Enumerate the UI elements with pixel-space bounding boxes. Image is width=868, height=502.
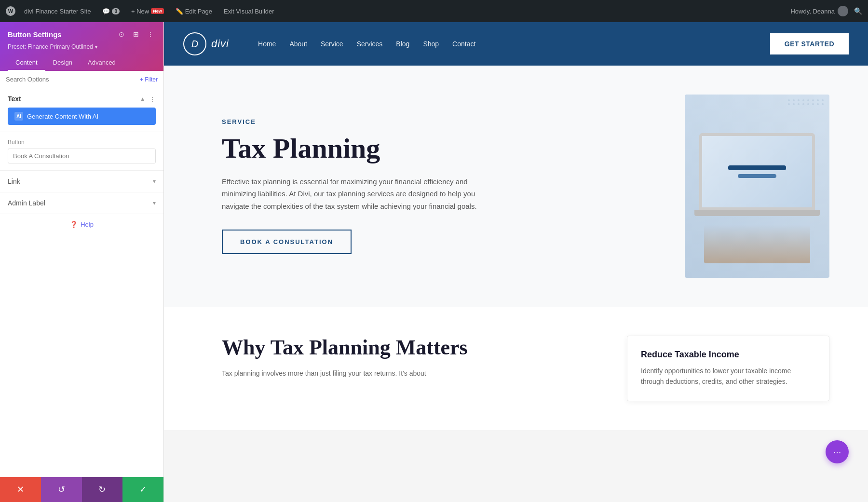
left-panel: Button Settings ⊙ ⊞ ⋮ Preset: Finance Pr… (0, 22, 164, 502)
tab-content[interactable]: Content (8, 55, 45, 71)
text-section: Text ▲ ⋮ AI Generate Content With AI (0, 88, 163, 132)
ai-icon: AI (14, 112, 23, 121)
filter-button[interactable]: + Filter (140, 76, 158, 83)
nav-link-blog[interactable]: Blog (396, 40, 409, 48)
link-chevron-icon: ▾ (153, 178, 156, 185)
tab-design[interactable]: Design (45, 55, 80, 71)
tab-design-label: Design (53, 59, 72, 66)
cancel-button[interactable]: ✕ (0, 477, 41, 502)
main-layout: Button Settings ⊙ ⊞ ⋮ Preset: Finance Pr… (0, 22, 868, 502)
redo-icon: ↻ (98, 484, 106, 495)
new-label: + New (131, 8, 149, 15)
howdy-label: Howdy, Deanna (790, 8, 835, 15)
screen-bar-2 (738, 174, 776, 178)
text-collapse-icon[interactable]: ▲ (139, 95, 146, 103)
nav-link-contact[interactable]: Contact (452, 40, 475, 48)
panel-header: Button Settings ⊙ ⊞ ⋮ Preset: Finance Pr… (0, 22, 163, 71)
search-input[interactable] (6, 76, 136, 83)
hero-title: Tax Planning (222, 133, 656, 164)
exit-builder-label: Exit Visual Builder (224, 8, 274, 15)
nav-link-home[interactable]: Home (258, 40, 276, 48)
panel-header-icon-grid[interactable]: ⊞ (131, 29, 141, 40)
admin-howdy: Howdy, Deanna (790, 6, 848, 16)
tab-content-label: Content (15, 59, 38, 66)
hands-on-keyboard (704, 225, 810, 263)
admin-edit-page[interactable]: ✏️ Edit Page (173, 6, 215, 17)
logo-circle: D (183, 32, 206, 55)
hero-section: SERVICE Tax Planning Effective tax plann… (164, 66, 868, 307)
text-section-header: Text ▲ ⋮ (8, 95, 156, 103)
hero-content: SERVICE Tax Planning Effective tax plann… (222, 118, 656, 254)
link-section-title: Link (8, 177, 20, 185)
book-consultation-button[interactable]: BOOK A CONSULTATION (222, 230, 352, 254)
hero-image-inner (685, 95, 829, 278)
admin-exit-builder[interactable]: Exit Visual Builder (221, 6, 277, 17)
comment-icon: 💬 (102, 8, 110, 15)
text-section-title: Text (8, 95, 21, 103)
comment-count: 0 (112, 8, 120, 14)
panel-title: Button Settings (8, 30, 62, 39)
button-text-input[interactable]: Book A Consultation (8, 149, 156, 163)
save-icon: ✓ (139, 484, 147, 495)
panel-body: + Filter Text ▲ ⋮ AI Generate Content Wi… (0, 71, 163, 477)
admin-label-header[interactable]: Admin Label ▾ (8, 199, 156, 207)
why-section: Why Tax Planning Matters Tax planning in… (164, 307, 868, 430)
edit-page-label: Edit Page (185, 8, 212, 15)
help-icon: ❓ (70, 221, 78, 228)
fab-button[interactable]: ··· (826, 440, 849, 463)
ai-icon-label: AI (16, 114, 21, 119)
edit-icon: ✏️ (176, 8, 183, 15)
why-card-text: Identify opportunities to lower your tax… (641, 366, 815, 387)
redo-button[interactable]: ↻ (82, 477, 123, 502)
nav-link-service[interactable]: Service (321, 40, 343, 48)
cancel-icon: ✕ (17, 484, 24, 495)
button-section-label: Button (8, 139, 156, 146)
ai-generate-button[interactable]: AI Generate Content With AI (8, 108, 156, 125)
help-label: Help (81, 221, 94, 228)
link-section: Link ▾ (0, 171, 163, 192)
laptop-visual (694, 114, 820, 268)
get-started-button[interactable]: GET STARTED (770, 33, 849, 54)
screen-bar-1 (728, 165, 786, 170)
wordpress-logo-icon[interactable]: W (6, 6, 15, 16)
why-content: Why Tax Planning Matters Tax planning in… (222, 336, 598, 379)
admin-search-icon[interactable]: 🔍 (854, 7, 862, 15)
admin-bar: W divi Finance Starter Site 💬 0 + New Ne… (0, 0, 868, 22)
admin-avatar (838, 6, 848, 16)
preset-chevron-icon: ▾ (95, 44, 97, 50)
logo-icon: D (191, 39, 198, 50)
tab-advanced-label: Advanced (88, 59, 116, 66)
hero-service-label: SERVICE (222, 118, 656, 125)
admin-bar-right: Howdy, Deanna 🔍 (790, 6, 862, 16)
panel-header-icon-circle[interactable]: ⊙ (116, 29, 127, 40)
hero-dots (788, 99, 825, 105)
admin-comments[interactable]: 💬 0 (99, 6, 122, 17)
admin-label-title: Admin Label (8, 199, 45, 207)
text-more-icon[interactable]: ⋮ (149, 95, 156, 103)
panel-search-row: + Filter (0, 71, 163, 88)
admin-site-name[interactable]: divi Finance Starter Site (21, 6, 94, 17)
panel-bottom: ✕ ↺ ↻ ✓ (0, 477, 163, 502)
nav-link-services[interactable]: Services (357, 40, 383, 48)
preset-label: Preset: Finance Primary Outlined (8, 43, 93, 50)
save-button[interactable]: ✓ (122, 477, 163, 502)
site-logo[interactable]: D divi (183, 32, 229, 55)
admin-label-chevron-icon: ▾ (153, 200, 156, 206)
help-section[interactable]: ❓ Help (0, 214, 163, 235)
button-section: Button Book A Consultation (0, 132, 163, 171)
laptop-screen (699, 133, 815, 210)
panel-preset[interactable]: Preset: Finance Primary Outlined ▾ (8, 43, 156, 50)
why-card-title: Reduce Taxable Income (641, 350, 815, 360)
new-badge: New (151, 8, 164, 14)
undo-icon: ↺ (58, 484, 65, 495)
tab-advanced[interactable]: Advanced (80, 55, 123, 71)
fab-icon: ··· (833, 447, 841, 458)
link-section-header[interactable]: Link ▾ (8, 177, 156, 185)
panel-header-icon-more[interactable]: ⋮ (145, 29, 156, 40)
book-consultation-label: BOOK A CONSULTATION (240, 238, 333, 245)
nav-link-about[interactable]: About (289, 40, 307, 48)
undo-button[interactable]: ↺ (41, 477, 82, 502)
admin-new-item[interactable]: + New New (128, 6, 167, 17)
nav-link-shop[interactable]: Shop (423, 40, 439, 48)
site-name-label: divi (24, 8, 34, 15)
